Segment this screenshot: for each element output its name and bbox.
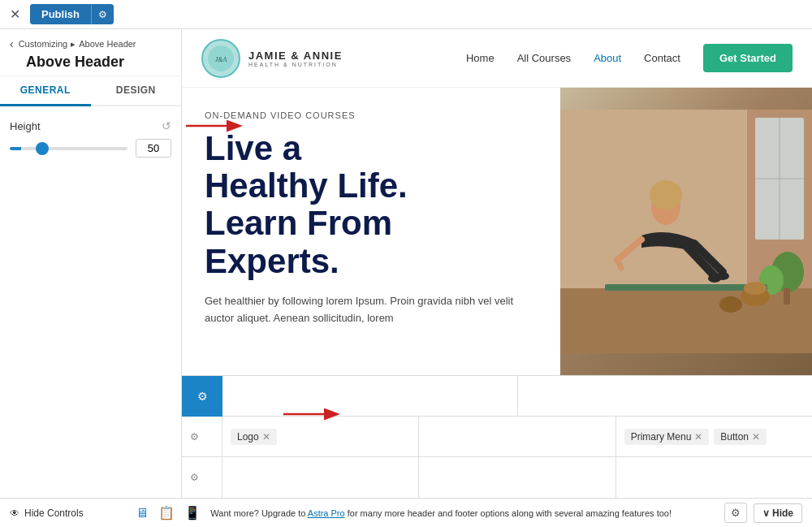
close-button[interactable]: ✕ [6,3,24,25]
builder-cell-r1-c2 [419,417,615,456]
panel-title: Above Header [10,54,171,71]
builder-cell-r2-c1 [222,457,419,498]
bottom-right-controls: ⚙ ∨ Hide [724,503,802,523]
right-preview: J&A JAMIE & ANNIE HEALTH & NUTRITION Hom… [182,29,812,498]
nav-cta-button[interactable]: Get Started [703,44,793,72]
svg-line-16 [617,260,621,268]
svg-point-23 [744,282,767,295]
yoga-figure-svg [560,88,812,375]
builder-gear-icon-r1[interactable]: ⚙ [190,431,199,443]
hero-image [560,88,812,375]
preview-navbar: J&A JAMIE & ANNIE HEALTH & NUTRITION Hom… [182,29,812,88]
upgrade-notice: Want more? Upgrade to Astra Pro for many… [210,508,672,518]
publish-settings-button[interactable]: ⚙ [91,5,114,24]
nav-link-about[interactable]: About [594,52,621,64]
svg-point-14 [650,180,682,210]
panel-header: ‹ Customizing ▸ Above Header Above Heade… [0,29,181,76]
nav-link-contact[interactable]: Contact [644,52,680,64]
builder-tag-logo: Logo ✕ [231,429,277,445]
builder-row-1: ⚙ Logo ✕ Primary Menu ✕ Button [182,417,812,457]
mobile-icon[interactable]: 📱 [184,505,201,521]
svg-rect-6 [560,288,812,353]
bottom-bar: 👁 Hide Controls 🖥 📋 📱 Want more? Upgrade… [0,498,812,527]
hero-description: Get healthier by following lorem Ipsum. … [205,293,538,327]
height-slider[interactable] [10,147,127,150]
builder-row-0: ⚙ [182,376,812,417]
svg-text:J&A: J&A [215,56,227,63]
builder-tag-logo-close[interactable]: ✕ [262,431,270,443]
top-bar: ✕ Publish ⚙ [0,0,812,29]
nav-link-home[interactable]: Home [466,52,495,64]
device-switcher: 🖥 📋 📱 Want more? Upgrade to Astra Pro fo… [136,505,672,521]
publish-button-group: Publish ⚙ [30,4,114,24]
breadcrumb-back-button[interactable]: ‹ [10,37,14,50]
panel-content: Height ↺ 50 [0,106,181,498]
builder-tag-button-close[interactable]: ✕ [752,431,760,443]
builder-row-2: ⚙ [182,457,812,498]
left-panel: ‹ Customizing ▸ Above Header Above Heade… [0,29,182,498]
builder-cell-r1-c3: Primary Menu ✕ Button ✕ [616,417,812,456]
builder-gear-cell-r2: ⚙ [182,457,222,498]
builder-active-cell[interactable]: ⚙ [182,376,222,417]
tab-design[interactable]: DESIGN [91,76,182,106]
builder-cell-r1-c1: Logo ✕ [222,417,419,456]
publish-button[interactable]: Publish [30,4,91,24]
builder-gear-icon-r2[interactable]: ⚙ [190,472,199,483]
height-value-input[interactable]: 50 [136,139,171,158]
brand-text: JAMIE & ANNIE HEALTH & NUTRITION [248,50,343,67]
reset-icon[interactable]: ↺ [162,119,171,132]
astra-pro-link[interactable]: Astra Pro [308,508,345,518]
svg-rect-21 [605,284,767,291]
eye-icon: 👁 [10,508,19,519]
builder-bottom: ⚙ [182,375,812,498]
tablet-icon[interactable]: 📋 [158,505,175,521]
svg-point-24 [719,296,742,313]
brand-name: JAMIE & ANNIE [248,50,343,62]
hero-text: ON-DEMAND VIDEO COURSES Live a Healthy L… [182,88,560,375]
builder-cell-r0-c2 [518,376,813,416]
builder-tag-button: Button ✕ [714,429,767,445]
builder-tag-primary-menu-close[interactable]: ✕ [694,431,702,443]
builder-cell-r2-c2 [419,457,615,498]
builder-gear-active-icon: ⚙ [197,390,208,403]
builder-cell-r0-c1 [222,376,518,416]
hero-tag: ON-DEMAND VIDEO COURSES [205,110,538,120]
height-field-label: Height ↺ [10,119,171,132]
brand-sub: HEALTH & NUTRITION [248,62,343,67]
desktop-icon[interactable]: 🖥 [136,506,149,521]
breadcrumb-root: Customizing [19,39,68,49]
brand-circle: J&A [201,39,240,78]
tab-general[interactable]: GENERAL [0,76,91,106]
hide-controls-button[interactable]: 👁 Hide Controls [10,508,84,519]
hide-controls-label: Hide Controls [24,508,84,519]
svg-rect-12 [784,288,790,305]
preview-hero: ON-DEMAND VIDEO COURSES Live a Healthy L… [182,88,812,375]
height-label: Height [10,120,41,132]
bottom-gear-button[interactable]: ⚙ [724,503,747,523]
breadcrumb-separator: ▸ [71,39,76,50]
nav-links: Home All Courses About Contact Get Start… [466,44,793,72]
breadcrumb-current: Above Header [79,39,136,49]
height-slider-row: 50 [10,139,171,158]
brand-logo-group: J&A JAMIE & ANNIE HEALTH & NUTRITION [201,39,343,78]
svg-point-20 [708,274,721,283]
main-layout: ‹ Customizing ▸ Above Header Above Heade… [0,29,812,498]
hide-button[interactable]: ∨ Hide [754,503,802,523]
builder-tag-primary-menu: Primary Menu ✕ [624,429,710,445]
breadcrumb: ‹ Customizing ▸ Above Header [10,37,171,50]
panel-tabs: GENERAL DESIGN [0,76,181,106]
hero-heading: Live a Healthy Life. Learn From Experts. [205,130,538,280]
builder-gear-cell-r1: ⚙ [182,417,222,456]
builder-cell-r2-c3 [616,457,812,498]
nav-link-all-courses[interactable]: All Courses [517,52,571,64]
